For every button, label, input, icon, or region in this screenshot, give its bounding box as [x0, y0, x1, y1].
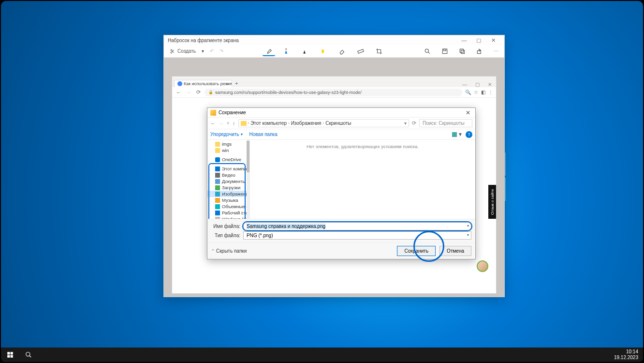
hide-folders-button[interactable]: ⌃ Скрыть папки	[211, 248, 247, 254]
close-button[interactable]: ✕	[486, 37, 500, 44]
nav-up-arrow-button[interactable]: ↑	[233, 121, 235, 126]
snip-sketch-window: Набросок на фрагменте экрана — ▢ ✕ Созда…	[163, 35, 505, 297]
chat-avatar-icon[interactable]	[477, 260, 488, 272]
tab-close-icon[interactable]: ✕	[226, 82, 230, 87]
tree-item-label: Рабочий стол	[222, 210, 250, 215]
menu-icon[interactable]: ⋮	[488, 90, 493, 95]
svg-rect-14	[11, 355, 13, 358]
filetype-label: Тип файла:	[211, 233, 240, 238]
svg-point-1	[171, 52, 172, 53]
undo-button[interactable]: ↶	[207, 47, 217, 55]
minimize-button[interactable]: —	[457, 37, 471, 43]
desktop: Набросок на фрагменте экрана — ▢ ✕ Созда…	[1, 1, 643, 362]
refresh-button[interactable]: ⟳	[412, 120, 416, 126]
forward-button[interactable]: →	[185, 90, 192, 95]
save-button[interactable]: Сохранить	[397, 246, 436, 256]
feedback-tab[interactable]: Отзыв о сайте	[488, 185, 496, 219]
svg-rect-13	[7, 355, 10, 358]
tree-item-label: Изображения	[222, 191, 250, 197]
obj3d-icon	[215, 204, 220, 209]
tree-item[interactable]: Видео	[207, 172, 249, 178]
search-button[interactable]	[19, 348, 38, 362]
tree-item-label: imgs	[222, 141, 232, 147]
nav-forward-button[interactable]: →	[219, 121, 224, 126]
new-folder-button[interactable]: Новая папка	[249, 132, 277, 137]
tree-item[interactable]: Документы	[207, 178, 249, 184]
pc-icon	[215, 166, 220, 171]
cloud-icon	[215, 157, 220, 162]
save-dialog: Сохранение ✕ ← → ▾ ↑ › Эт	[207, 107, 476, 259]
tree-item-label: Музыка	[222, 197, 238, 203]
highlighter-button[interactable]	[318, 46, 330, 56]
help-button[interactable]: ?	[466, 131, 472, 138]
tree-item-label: Документы	[222, 179, 246, 184]
browser-maximize-icon[interactable]: ▢	[471, 82, 483, 87]
address-bar[interactable]: 🔒 samsung.com/ru/support/mobile-devices/…	[205, 89, 462, 96]
tree-scrollbar[interactable]	[247, 140, 249, 219]
reload-button[interactable]: ⟳	[195, 89, 202, 95]
tree-item[interactable]: Этот компьютер	[207, 166, 249, 172]
zoom-button[interactable]	[421, 47, 434, 56]
search-addr-icon[interactable]: 🔍	[465, 90, 471, 95]
redo-button[interactable]: ↷	[217, 47, 226, 55]
tree-item[interactable]: Windows (C:)	[207, 216, 249, 219]
extension-icon[interactable]: ◧	[481, 90, 485, 95]
browser-minimize-icon[interactable]: —	[458, 82, 471, 87]
organize-button[interactable]: Упорядочить ▼	[210, 132, 243, 137]
cancel-button[interactable]: Отмена	[439, 246, 471, 256]
folder-icon	[241, 121, 247, 126]
tree-item-label: Этот компьютер	[222, 166, 250, 171]
dialog-close-button[interactable]: ✕	[464, 109, 472, 116]
eraser-button[interactable]	[336, 46, 349, 56]
filetype-select[interactable]: PNG (*.png) ▾	[243, 231, 471, 240]
nav-back-button[interactable]: ←	[210, 121, 216, 126]
ballpoint-pen-button[interactable]	[281, 46, 293, 56]
svg-point-5	[425, 49, 428, 52]
star-icon[interactable]: ☆	[474, 90, 478, 95]
search-input[interactable]: Поиск: Скриншоты	[419, 119, 472, 127]
start-button[interactable]	[1, 348, 19, 362]
browser-close-icon[interactable]: ✕	[483, 82, 496, 87]
copy-button[interactable]	[456, 47, 468, 56]
tree-item[interactable]: Загрузки	[207, 184, 249, 191]
ruler-button[interactable]	[354, 46, 367, 56]
tree-item-label: Видео	[222, 172, 235, 178]
maximize-button[interactable]: ▢	[471, 37, 486, 44]
tree-item[interactable]: Объемные объ	[207, 203, 249, 210]
new-snip-button[interactable]: Создать	[167, 47, 199, 55]
tree-item[interactable]: Изображения	[207, 191, 249, 197]
svg-point-0	[171, 49, 172, 51]
tree-item-label: win	[222, 148, 229, 153]
tree-item-label: Загрузки	[222, 185, 240, 190]
taskbar: 10:14 19.12.2023	[1, 348, 643, 362]
share-button[interactable]	[473, 47, 486, 56]
svg-rect-12	[11, 352, 13, 354]
system-clock[interactable]: 10:14 19.12.2023	[609, 349, 643, 361]
snip-dropdown-icon[interactable]: ▾	[199, 47, 207, 55]
dl-icon	[215, 185, 220, 190]
breadcrumb[interactable]: › Этот компьютер › Изображения › Скриншо…	[238, 119, 410, 127]
filename-input[interactable]: Samsung справка и поддержка.png ▾	[243, 222, 471, 230]
view-button[interactable]: ▼	[452, 132, 463, 137]
tree-item[interactable]: imgs	[207, 141, 249, 147]
svg-rect-6	[442, 49, 447, 53]
back-button[interactable]: ←	[175, 90, 182, 95]
save-as-button[interactable]	[439, 47, 451, 56]
new-tab-button[interactable]: +	[232, 79, 241, 87]
tree-item[interactable]: Музыка	[207, 197, 249, 203]
vid-icon	[215, 173, 220, 178]
nav-up-button[interactable]: ▾	[227, 120, 230, 126]
tree-item[interactable]: win	[207, 147, 249, 153]
dropdown-icon[interactable]: ▾	[467, 233, 469, 237]
tree-item[interactable]: Рабочий стол	[207, 210, 249, 216]
folder-tree: imgswinOneDriveЭтот компьютерВидеоДокуме…	[207, 140, 250, 219]
crop-button[interactable]	[373, 46, 385, 56]
touch-writing-button[interactable]	[263, 46, 275, 56]
browser-tab[interactable]: Как использовать режим нес… ✕	[174, 80, 232, 87]
svg-rect-3	[322, 49, 324, 53]
dropdown-icon[interactable]: ▾	[467, 224, 469, 228]
dialog-title: Сохранение	[219, 110, 246, 115]
pencil-button[interactable]	[299, 46, 312, 56]
tree-item[interactable]: OneDrive	[207, 156, 249, 163]
more-button[interactable]: ⋯	[491, 47, 501, 56]
